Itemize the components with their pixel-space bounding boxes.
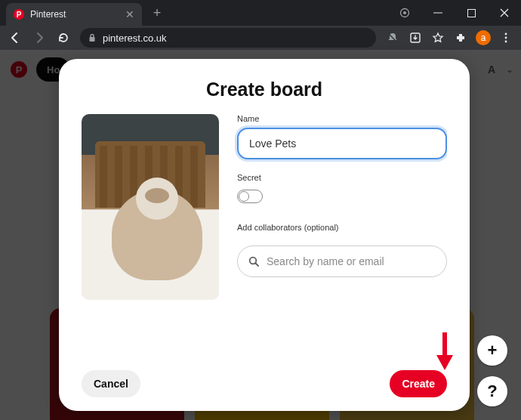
close-window-button[interactable] [488,0,521,26]
maximize-button[interactable] [455,0,488,26]
install-app-icon[interactable] [405,27,426,48]
svg-point-8 [505,41,507,43]
avatar-letter: a [476,30,491,45]
create-board-modal: Create board Name Secret Add collaborato… [59,59,470,411]
page-viewport: P Ho A ⌄ Create board Name Secret [0,50,521,420]
account-indicator-icon[interactable] [388,0,421,26]
help-fab[interactable]: ? [477,376,507,406]
svg-point-1 [403,11,406,14]
forward-button[interactable] [29,27,50,48]
new-tab-button[interactable]: + [148,4,166,22]
bookmark-star-icon[interactable] [427,27,449,48]
tab-title: Pinterest [30,9,119,20]
add-fab[interactable]: + [477,335,507,366]
collaborator-search-input[interactable] [267,255,436,267]
profile-avatar[interactable]: a [473,27,494,48]
board-name-input[interactable] [237,128,447,159]
back-button[interactable] [5,27,26,48]
url-text: pinterest.co.uk [103,32,167,44]
close-tab-icon[interactable]: ✕ [125,8,134,20]
secret-label: Secret [237,173,447,182]
window-titlebar: P Pinterest ✕ + [0,0,521,26]
browser-tab[interactable]: P Pinterest ✕ [6,3,142,26]
collaborators-label: Add collaborators (optional) [237,223,447,232]
svg-point-7 [505,37,507,39]
svg-rect-3 [467,9,475,17]
collaborator-search[interactable] [237,246,447,277]
search-icon [248,256,259,267]
board-cover-thumbnail [82,114,219,300]
svg-point-6 [505,33,507,36]
window-controls [388,0,521,26]
modal-title: Create board [82,79,447,100]
svg-rect-4 [90,37,95,42]
minimize-button[interactable] [421,0,455,26]
lock-icon [88,33,97,42]
address-bar[interactable]: pinterest.co.uk [80,28,376,48]
extensions-icon[interactable] [450,27,471,48]
kebab-menu-icon[interactable] [495,27,516,48]
browser-toolbar: pinterest.co.uk a [0,26,521,50]
secret-toggle[interactable] [237,190,263,203]
svg-line-10 [256,264,259,267]
svg-rect-2 [433,13,442,14]
cancel-button[interactable]: Cancel [82,370,140,397]
name-label: Name [237,114,447,123]
reload-button[interactable] [53,27,74,48]
pinterest-favicon: P [14,9,24,20]
create-button[interactable]: Create [390,370,447,397]
notifications-icon[interactable] [382,27,403,48]
create-board-form: Name Secret Add collaborators (optional) [237,114,447,363]
